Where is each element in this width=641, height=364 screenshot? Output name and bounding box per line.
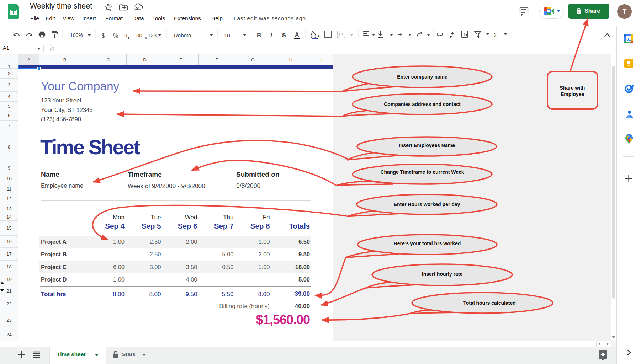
svg-text:A: A	[295, 32, 299, 38]
svg-text:31: 31	[626, 37, 631, 41]
svg-text:Roboto: Roboto	[174, 32, 191, 38]
svg-text:10: 10	[224, 32, 230, 38]
svg-text:I: I	[270, 32, 272, 39]
svg-text:$: $	[102, 33, 105, 39]
svg-text:100%: 100%	[70, 32, 83, 38]
svg-text:Σ: Σ	[494, 32, 498, 39]
svg-text:S: S	[282, 32, 286, 38]
svg-text:123: 123	[148, 32, 157, 38]
svg-text:.00: .00	[135, 32, 142, 38]
svg-text:%: %	[113, 33, 118, 39]
svg-text:B: B	[257, 32, 261, 39]
svg-text:.0: .0	[123, 32, 127, 38]
